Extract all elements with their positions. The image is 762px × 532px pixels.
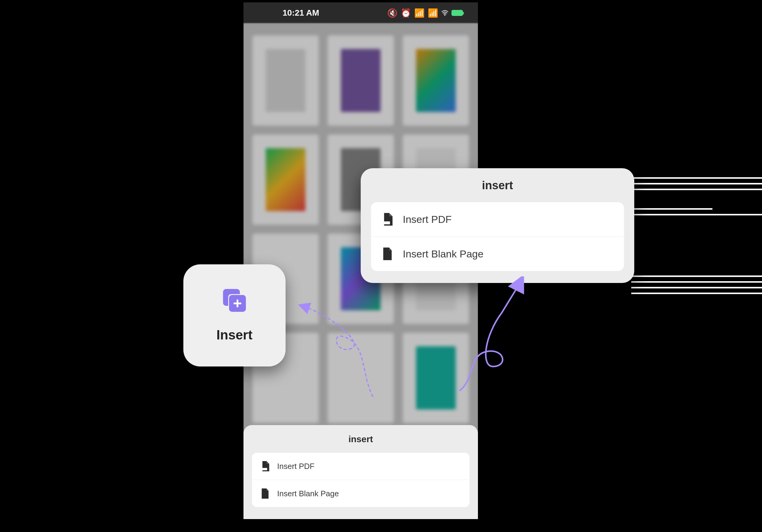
pdf-file-icon <box>382 213 393 226</box>
callout-title: insert <box>371 179 624 192</box>
signal-icon: 📶 <box>414 8 425 18</box>
callout-option-label: Insert PDF <box>403 214 451 225</box>
option-label: Insert Blank Page <box>277 489 339 499</box>
option-label: Insert PDF <box>277 462 314 471</box>
callout-option-insert-blank-page[interactable]: Insert Blank Page <box>371 237 624 271</box>
callout-option-insert-pdf[interactable]: Insert PDF <box>371 202 624 237</box>
blank-file-icon <box>261 489 269 499</box>
insert-sheet-callout: insert Insert PDF Insert Blank Page <box>361 168 634 283</box>
sheet-title: insert <box>252 434 470 444</box>
status-bar: 10:21 AM 🔇 ⏰ 📶 📶 <box>244 2 478 24</box>
insert-toolbar-button[interactable]: Insert <box>183 264 285 366</box>
option-insert-pdf[interactable]: Insert PDF <box>252 453 470 480</box>
svg-rect-1 <box>261 468 267 470</box>
status-indicators: 🔇 ⏰ 📶 📶 <box>387 8 463 18</box>
mute-icon: 🔇 <box>387 8 398 18</box>
callout-option-list: Insert PDF Insert Blank Page <box>371 202 624 271</box>
insert-plus-pages-icon <box>222 288 247 312</box>
status-time: 10:21 AM <box>259 8 319 18</box>
svg-rect-2 <box>382 222 390 225</box>
insert-action-sheet: insert Insert PDF Insert Blank Page <box>244 425 478 519</box>
svg-point-0 <box>444 14 445 16</box>
option-insert-blank-page[interactable]: Insert Blank Page <box>252 480 470 507</box>
pdf-file-icon <box>261 461 269 471</box>
battery-icon <box>451 10 463 16</box>
sheet-option-list: Insert PDF Insert Blank Page <box>252 453 470 507</box>
insert-button-label: Insert <box>216 327 253 343</box>
signal-icon-2: 📶 <box>428 8 438 18</box>
callout-option-label: Insert Blank Page <box>403 248 483 260</box>
alarm-icon: ⏰ <box>401 8 411 18</box>
wifi-icon <box>441 10 448 16</box>
decorative-stripes <box>631 177 762 312</box>
blank-file-icon <box>382 247 393 260</box>
